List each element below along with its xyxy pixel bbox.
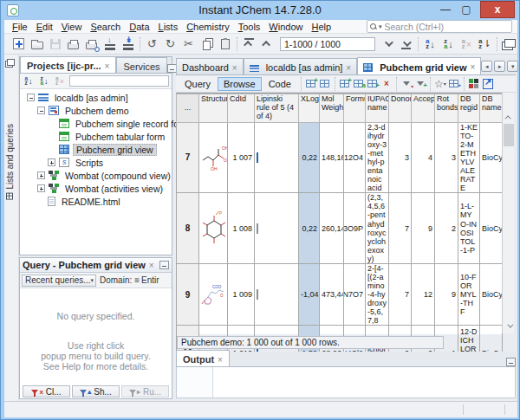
menu-file[interactable]: File bbox=[8, 22, 32, 32]
acceptors-cell[interactable]: 12 bbox=[412, 263, 435, 326]
checkbox[interactable] bbox=[257, 152, 258, 163]
tab-dashboard[interactable]: Dashboard× bbox=[176, 58, 244, 74]
tree-clear-filter-button[interactable]: az× bbox=[54, 75, 66, 87]
import-append-button[interactable]: ↡ bbox=[119, 36, 137, 52]
add-row-button[interactable]: + bbox=[304, 77, 318, 90]
donors-cell[interactable]: 3 bbox=[389, 122, 412, 193]
last-record-button[interactable] bbox=[397, 36, 415, 52]
lists-and-queries-dock[interactable]: Lists and queries bbox=[5, 124, 15, 200]
title-bar[interactable]: Instant JChem 14.7.28.0 — ▢ x bbox=[1, 1, 519, 20]
recent-queries-dropdown[interactable]: Recent queries... ▾ bbox=[22, 275, 96, 287]
tree-item-scripts[interactable]: Scripts bbox=[20, 156, 172, 169]
acceptors-cell[interactable]: 4 bbox=[412, 122, 435, 193]
tree-filter-input[interactable] bbox=[69, 75, 169, 87]
dbname-cell[interactable]: BioCyc bbox=[480, 122, 503, 193]
collapse-icon[interactable] bbox=[27, 94, 35, 101]
domain-value-button[interactable]: Entir bbox=[141, 275, 159, 285]
menu-lists[interactable]: Lists bbox=[154, 22, 183, 32]
rotbonds-cell[interactable]: 3 bbox=[435, 122, 458, 193]
new-button[interactable] bbox=[10, 36, 28, 52]
menu-data[interactable]: Data bbox=[125, 22, 153, 32]
tree-item-readme[interactable]: README.html bbox=[20, 195, 172, 208]
close-button[interactable]: x bbox=[480, 1, 515, 18]
lipinski-cell[interactable] bbox=[255, 263, 299, 326]
iupac-cell[interactable]: 2-[4-[(2-amino-4-hydroxy-5,6,7,8 bbox=[366, 263, 389, 326]
close-icon[interactable]: × bbox=[470, 62, 475, 72]
dbname-cell[interactable]: BioCyc bbox=[480, 263, 503, 326]
checkbox[interactable] bbox=[257, 289, 258, 300]
undo-button[interactable]: ↺ bbox=[143, 36, 161, 52]
tree-item-single-record-form[interactable]: Pubchem single record form bbox=[20, 117, 172, 130]
expand-icon[interactable] bbox=[37, 184, 45, 192]
close-icon[interactable]: × bbox=[105, 61, 110, 71]
import-button[interactable]: ↓ bbox=[101, 36, 119, 52]
tree-item-grid-view[interactable]: Pubchem grid view bbox=[20, 143, 172, 156]
scroll-down-button[interactable] bbox=[504, 320, 514, 332]
minimize-panel-icon[interactable] bbox=[167, 64, 177, 73]
close-icon[interactable]: × bbox=[346, 63, 351, 73]
table-row[interactable]: 7 OH OH O 1 007 0,22 148,16 C6H bbox=[177, 122, 503, 193]
dbname-cell[interactable]: BioCyc bbox=[480, 193, 503, 264]
close-icon[interactable]: × bbox=[149, 261, 154, 270]
column-header-acceptors[interactable]: Acceptors bbox=[412, 94, 435, 123]
collapse-icon[interactable] bbox=[37, 107, 45, 114]
tree-sort-asc-button[interactable]: az↓ bbox=[23, 75, 35, 87]
close-icon[interactable]: × bbox=[232, 63, 237, 73]
dock-window-icon[interactable] bbox=[7, 59, 15, 66]
copy-button[interactable] bbox=[198, 36, 216, 52]
menu-tools[interactable]: Tools bbox=[234, 22, 265, 32]
acceptors-cell[interactable]: 9 bbox=[412, 193, 435, 264]
column-header-molweight[interactable]: Mol Weight bbox=[320, 94, 344, 123]
browse-mode-button[interactable]: Browse bbox=[218, 77, 262, 91]
column-header-rotbonds[interactable]: Rot bonds bbox=[435, 94, 458, 123]
column-header-xlogp[interactable]: XLogP bbox=[299, 94, 320, 123]
expand-icon[interactable] bbox=[37, 171, 45, 179]
paste-button[interactable] bbox=[216, 36, 234, 52]
close-icon[interactable]: × bbox=[218, 355, 223, 365]
sort-descending-button[interactable]: za↓ bbox=[439, 36, 458, 52]
tree-item-tabular-form[interactable]: Pubchem tabular form bbox=[20, 130, 172, 143]
save-view-button[interactable]: ▪ bbox=[447, 77, 461, 90]
delete-field-button[interactable]: × bbox=[380, 77, 393, 90]
formula-cell[interactable]: C19H23N7O7 bbox=[344, 263, 366, 326]
scroll-up-button[interactable] bbox=[504, 112, 514, 123]
xlogp-cell[interactable]: 0,22 bbox=[299, 193, 320, 264]
tab-localdb[interactable]: localdb [as admin]× bbox=[244, 58, 358, 74]
column-header-structure[interactable]: Structure bbox=[199, 94, 228, 123]
menu-edit[interactable]: Edit bbox=[32, 22, 57, 32]
previous-record-button[interactable] bbox=[258, 36, 276, 52]
open-button[interactable] bbox=[28, 36, 46, 52]
minimize-panel-icon[interactable] bbox=[159, 261, 169, 269]
iupac-cell[interactable]: 2,3-dihydroxy-3-methyl-pentanoic acid bbox=[366, 122, 389, 193]
xlogp-cell[interactable]: -1,04 bbox=[299, 263, 320, 326]
filter-query-button[interactable]: • bbox=[400, 77, 413, 90]
maximize-button[interactable]: ▢ bbox=[457, 3, 476, 18]
cdid-cell[interactable]: 1 008 bbox=[228, 193, 255, 264]
cut-button[interactable]: ✂ bbox=[179, 36, 198, 52]
menu-help[interactable]: Help bbox=[307, 22, 335, 32]
save-button[interactable] bbox=[46, 36, 64, 52]
advanced-sort-button[interactable]: az⇂ bbox=[476, 36, 494, 52]
structure-cell[interactable]: COO O bbox=[199, 263, 228, 326]
minimize-button[interactable]: — bbox=[436, 3, 455, 18]
column-header-iupac[interactable]: IUPAC name bbox=[366, 94, 389, 123]
row-number[interactable]: 9 bbox=[177, 263, 199, 326]
clear-filter-button[interactable]: xCl... bbox=[23, 385, 70, 397]
tab-list-dropdown-icon[interactable]: ▾ bbox=[507, 61, 518, 72]
structure-cell[interactable]: OH OH O bbox=[199, 122, 228, 193]
grid-vertical-scrollbar[interactable] bbox=[502, 93, 514, 333]
show-filter-button[interactable]: ▴Sh... bbox=[72, 385, 120, 397]
add-filter-button[interactable]: + bbox=[413, 77, 427, 90]
export-button[interactable] bbox=[481, 77, 495, 90]
column-header-cdid[interactable]: CdId bbox=[228, 94, 255, 123]
redo-button[interactable]: ↻ bbox=[161, 36, 179, 52]
dbregid-cell[interactable]: 1-L-MYO-INOSITOL-1-P bbox=[458, 193, 480, 264]
row-number[interactable]: 7 bbox=[177, 122, 199, 193]
tree-item-wombat-activities[interactable]: Wombat (activities view) bbox=[20, 182, 172, 195]
structure-cell[interactable]: P bbox=[199, 193, 228, 264]
edit-table-button[interactable] bbox=[318, 77, 332, 90]
tab-pubchem-grid-view[interactable]: Pubchem grid view× bbox=[357, 57, 481, 74]
table-row[interactable]: 8 P 1 008 0,22 bbox=[177, 193, 503, 264]
tab-services[interactable]: Services bbox=[116, 57, 166, 73]
query-panel-header[interactable]: Query - Pubchem grid view × bbox=[20, 258, 172, 273]
